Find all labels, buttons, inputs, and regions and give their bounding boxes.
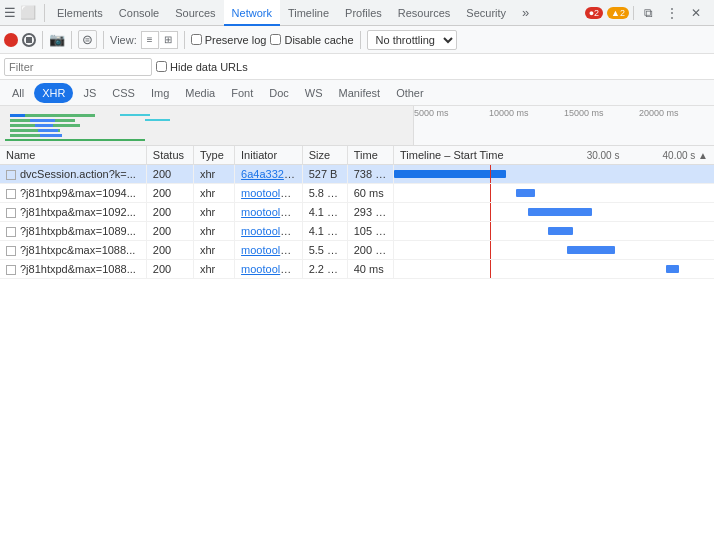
initiator-link[interactable]: mootools.j... bbox=[241, 244, 300, 256]
tab-timeline[interactable]: Timeline bbox=[280, 0, 337, 26]
row-time: 60 ms bbox=[347, 184, 393, 203]
warn-badge: ▲2 bbox=[607, 7, 629, 19]
hide-urls-label[interactable]: Hide data URLs bbox=[156, 61, 248, 73]
table-row[interactable]: ?j81htxp9&max=1094...200xhrmootools.j...… bbox=[0, 184, 714, 203]
tab-profiles[interactable]: Profiles bbox=[337, 0, 390, 26]
type-tab-other[interactable]: Other bbox=[388, 80, 432, 106]
preserve-log-label[interactable]: Preserve log bbox=[191, 34, 267, 46]
row-time: 293 ms bbox=[347, 203, 393, 222]
row-size: 2.2 KB bbox=[302, 260, 347, 279]
row-type: xhr bbox=[194, 165, 235, 184]
devtools-icon2: ⬜ bbox=[20, 5, 36, 20]
header-status[interactable]: Status bbox=[146, 146, 193, 165]
svg-rect-12 bbox=[5, 139, 145, 141]
initiator-link[interactable]: mootools.j... bbox=[241, 225, 300, 237]
type-tab-manifest[interactable]: Manifest bbox=[331, 80, 389, 106]
table-row[interactable]: dvcSession.action?k=...200xhr6a4a332....… bbox=[0, 165, 714, 184]
disable-cache-checkbox[interactable] bbox=[270, 34, 281, 45]
time-label-1: 10000 ms bbox=[489, 108, 564, 118]
close-icon[interactable]: ✕ bbox=[686, 3, 706, 23]
detach-icon[interactable]: ⧉ bbox=[638, 3, 658, 23]
tab-sources[interactable]: Sources bbox=[167, 0, 223, 26]
table-row[interactable]: ?j81htxpd&max=1088...200xhrmootools.j...… bbox=[0, 260, 714, 279]
requests-table-container[interactable]: Name Status Type Initiator Size Time Tim… bbox=[0, 146, 714, 540]
type-tab-img[interactable]: Img bbox=[143, 80, 177, 106]
type-tab-xhr[interactable]: XHR bbox=[34, 83, 73, 103]
type-tab-js[interactable]: JS bbox=[75, 80, 104, 106]
list-view-button[interactable]: ≡ bbox=[141, 31, 159, 49]
row-checkbox[interactable] bbox=[6, 227, 16, 237]
header-timeline[interactable]: Timeline – Start Time 30.00 s 40.00 s ▲ bbox=[394, 146, 714, 165]
header-size[interactable]: Size bbox=[302, 146, 347, 165]
type-tab-all[interactable]: All bbox=[4, 80, 32, 106]
tab-security[interactable]: Security bbox=[458, 0, 514, 26]
tab-more[interactable]: » bbox=[514, 0, 537, 26]
header-name[interactable]: Name bbox=[0, 146, 146, 165]
filter-icon[interactable]: ⊜ bbox=[78, 30, 97, 49]
record-button[interactable] bbox=[4, 33, 18, 47]
timeline-bar bbox=[516, 189, 535, 197]
row-initiator[interactable]: mootools.j... bbox=[235, 184, 303, 203]
timeline-redline bbox=[490, 222, 491, 240]
tab-resources[interactable]: Resources bbox=[390, 0, 459, 26]
table-body: dvcSession.action?k=...200xhr6a4a332....… bbox=[0, 165, 714, 279]
initiator-link[interactable]: 6a4a332....j... bbox=[241, 168, 302, 180]
row-initiator[interactable]: mootools.j... bbox=[235, 222, 303, 241]
row-checkbox[interactable] bbox=[6, 265, 16, 275]
type-tab-media[interactable]: Media bbox=[177, 80, 223, 106]
header-initiator[interactable]: Initiator bbox=[235, 146, 303, 165]
row-initiator[interactable]: 6a4a332....j... bbox=[235, 165, 303, 184]
row-status: 200 bbox=[146, 260, 193, 279]
stop-icon bbox=[26, 37, 32, 43]
svg-rect-7 bbox=[35, 124, 53, 127]
row-time: 105 ms bbox=[347, 222, 393, 241]
table-row[interactable]: ?j81htxpa&max=1092...200xhrmootools.j...… bbox=[0, 203, 714, 222]
type-tab-css[interactable]: CSS bbox=[104, 80, 143, 106]
type-tab-ws[interactable]: WS bbox=[297, 80, 331, 106]
type-tab-doc[interactable]: Doc bbox=[261, 80, 297, 106]
row-checkbox[interactable] bbox=[6, 246, 16, 256]
header-type[interactable]: Type bbox=[194, 146, 235, 165]
camera-icon[interactable]: 📷 bbox=[49, 32, 65, 47]
grid-view-button[interactable]: ⊞ bbox=[160, 31, 178, 49]
initiator-link[interactable]: mootools.j... bbox=[241, 206, 300, 218]
row-size: 5.8 KB bbox=[302, 184, 347, 203]
tab-network[interactable]: Network bbox=[224, 0, 280, 26]
table-row[interactable]: ?j81htxpc&max=1088...200xhrmootools.j...… bbox=[0, 241, 714, 260]
time-label-2: 15000 ms bbox=[564, 108, 639, 118]
menu-icon[interactable]: ⋮ bbox=[662, 3, 682, 23]
row-checkbox[interactable] bbox=[6, 189, 16, 199]
header-time[interactable]: Time bbox=[347, 146, 393, 165]
row-timeline bbox=[394, 222, 714, 241]
table-row[interactable]: ?j81htxpb&max=1089...200xhrmootools.j...… bbox=[0, 222, 714, 241]
row-timeline bbox=[394, 165, 714, 184]
row-size: 4.1 KB bbox=[302, 222, 347, 241]
table-header-row: Name Status Type Initiator Size Time Tim… bbox=[0, 146, 714, 165]
row-initiator[interactable]: mootools.j... bbox=[235, 260, 303, 279]
initiator-link[interactable]: mootools.j... bbox=[241, 187, 300, 199]
row-checkbox[interactable] bbox=[6, 170, 16, 180]
preserve-log-text: Preserve log bbox=[205, 34, 267, 46]
tab-elements[interactable]: Elements bbox=[49, 0, 111, 26]
throttle-select[interactable]: No throttlingOfflineSlow 3GFast 3GCustom bbox=[367, 30, 457, 50]
tab-right-icons: ●2 ▲2 ⧉ ⋮ ✕ bbox=[585, 3, 710, 23]
row-initiator[interactable]: mootools.j... bbox=[235, 203, 303, 222]
row-name: dvcSession.action?k=... bbox=[20, 168, 136, 180]
timeline-bar bbox=[567, 246, 615, 254]
type-tab-font[interactable]: Font bbox=[223, 80, 261, 106]
initiator-link[interactable]: mootools.j... bbox=[241, 263, 300, 275]
timeline-bar bbox=[528, 208, 592, 216]
row-checkbox[interactable] bbox=[6, 208, 16, 218]
timeline-minimap[interactable] bbox=[0, 106, 414, 146]
hide-urls-checkbox[interactable] bbox=[156, 61, 167, 72]
svg-rect-9 bbox=[40, 134, 62, 137]
row-size: 5.5 KB bbox=[302, 241, 347, 260]
row-initiator[interactable]: mootools.j... bbox=[235, 241, 303, 260]
tab-console[interactable]: Console bbox=[111, 0, 167, 26]
tab-separator bbox=[44, 4, 45, 22]
preserve-log-checkbox[interactable] bbox=[191, 34, 202, 45]
stop-button[interactable] bbox=[22, 33, 36, 47]
timeline-redline bbox=[490, 241, 491, 259]
filter-input[interactable] bbox=[4, 58, 152, 76]
disable-cache-label[interactable]: Disable cache bbox=[270, 34, 353, 46]
